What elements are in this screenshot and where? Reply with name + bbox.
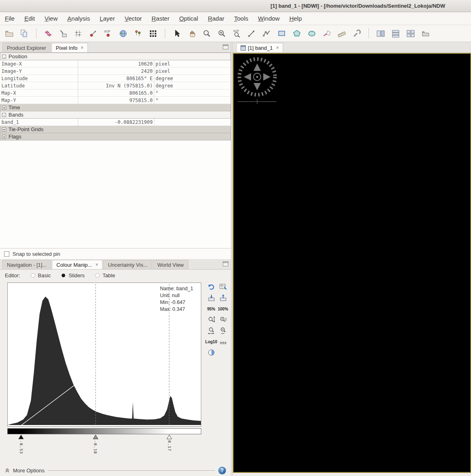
zoom-in-horizontal-icon[interactable]: [206, 326, 216, 335]
menu-help[interactable]: Help: [289, 15, 302, 22]
menu-analysis[interactable]: Analysis: [67, 15, 90, 22]
window-titlebar[interactable]: [1] band_1 - [NDWI] - [/home/victor/Down…: [0, 0, 471, 12]
editor-radio-table[interactable]: Table: [95, 272, 115, 278]
cell-name: Map-Y: [0, 97, 78, 104]
cell-unit: °: [154, 97, 231, 104]
selection-tool-icon[interactable]: [172, 28, 182, 39]
zoom-out-vertical-icon[interactable]: [218, 315, 228, 324]
image-canvas[interactable]: [233, 53, 471, 473]
gcp-manager-icon[interactable]: GCP: [103, 28, 113, 39]
colour-gradient-bar[interactable]: [7, 428, 201, 434]
help-icon[interactable]: ?: [218, 467, 226, 474]
panel-menu-icon[interactable]: [223, 261, 228, 266]
measure-tool-icon[interactable]: [337, 28, 347, 39]
export-palette-icon[interactable]: [218, 293, 228, 302]
evenly-distribute-icon[interactable]: [218, 337, 228, 346]
bottom-tab-navigation-1[interactable]: Navigation - [1]...: [2, 260, 51, 269]
editor-row: Editor: BasicSlidersTable: [0, 270, 231, 281]
rectangle-draw-icon[interactable]: [277, 28, 287, 39]
editor-radio-basic[interactable]: Basic: [31, 272, 51, 278]
pixel-row-map-y: Map-Y975815.0°: [0, 97, 231, 104]
image-tabrow: [1] band_1 ×: [233, 42, 471, 53]
bottom-tab-colour-manip[interactable]: Colour Manip...×: [52, 260, 102, 269]
collapse-icon[interactable]: -: [2, 55, 6, 59]
explorer-tab-product-explorer[interactable]: Product Explorer: [2, 43, 51, 52]
import-product-icon[interactable]: [58, 28, 68, 39]
stretch-95-button[interactable]: 95%: [206, 304, 216, 313]
menu-window[interactable]: Window: [258, 15, 279, 22]
open-product-icon[interactable]: [4, 28, 15, 39]
menu-vector[interactable]: Vector: [125, 15, 142, 22]
menu-edit[interactable]: Edit: [24, 15, 35, 22]
gcp-zoom-icon[interactable]: GCP: [232, 28, 242, 39]
menu-optical[interactable]: Optical: [179, 15, 198, 22]
zoom-in-vertical-icon[interactable]: [206, 315, 216, 324]
colour-slider-2[interactable]: 0.17: [167, 435, 172, 451]
more-options-label[interactable]: More Options: [13, 468, 45, 474]
pin-manager-icon[interactable]: [133, 28, 143, 39]
section-bands[interactable]: -Bands: [0, 111, 231, 119]
expand-icon[interactable]: +: [2, 128, 6, 132]
zoom-out-horizontal-icon[interactable]: [218, 326, 228, 335]
expand-icon[interactable]: +: [2, 135, 6, 139]
save-product-icon[interactable]: [19, 28, 30, 39]
panel-menu-icon[interactable]: [223, 45, 228, 49]
close-tab-icon[interactable]: ×: [276, 45, 279, 50]
main-toolbar: GCP GCP: [0, 25, 471, 42]
pan-tool-icon[interactable]: [187, 28, 197, 39]
reset-palette-icon[interactable]: [206, 283, 216, 291]
slider-triangle-icon: [93, 435, 98, 439]
tools-wrench-icon[interactable]: [352, 28, 362, 39]
log-scaling-button[interactable]: Log10: [206, 337, 216, 346]
section-position[interactable]: -Position: [0, 53, 231, 60]
compass-navigation-control[interactable]: [236, 55, 281, 107]
menu-tools[interactable]: Tools: [234, 15, 248, 22]
colour-slider-0[interactable]: -0.53: [19, 435, 24, 454]
export-view-icon[interactable]: [43, 28, 53, 39]
expand-icon[interactable]: +: [2, 106, 6, 110]
menu-radar[interactable]: Radar: [208, 15, 224, 22]
collapse-icon[interactable]: -: [2, 113, 6, 117]
insert-geometry-icon[interactable]: [322, 28, 332, 39]
split-vertical-icon[interactable]: [375, 28, 386, 39]
cascade-windows-icon[interactable]: [420, 28, 431, 39]
pixel-row-image-x: Image-X10620pixel: [0, 60, 231, 68]
world-map-icon[interactable]: [118, 28, 128, 39]
close-tab-icon[interactable]: ×: [81, 45, 83, 50]
pixel-row-map-x: Map-X806165.0°: [0, 89, 231, 97]
bottom-tab-uncertainty-vis[interactable]: Uncertainty Vis...: [103, 260, 152, 269]
bottom-tab-world-view[interactable]: World View: [153, 260, 188, 269]
image-tab-band1[interactable]: [1] band_1 ×: [236, 43, 283, 52]
import-palette-icon[interactable]: [206, 293, 216, 302]
menu-file[interactable]: File: [5, 15, 15, 22]
editor-radio-sliders[interactable]: Sliders: [61, 272, 85, 278]
collapse-chevrons-icon[interactable]: [5, 468, 10, 473]
split-horizontal-icon[interactable]: [390, 28, 401, 39]
menu-raster[interactable]: Raster: [151, 15, 169, 22]
section-tie-point-grids[interactable]: +Tie-Point Grids: [0, 126, 231, 133]
apply-to-other-bands-icon[interactable]: [218, 283, 228, 291]
section-flags[interactable]: +Flags: [0, 133, 231, 140]
tile-windows-icon[interactable]: [405, 28, 416, 39]
ellipse-draw-icon[interactable]: [307, 28, 317, 39]
radio-icon: [95, 273, 100, 278]
snap-to-pin-checkbox[interactable]: [4, 251, 9, 257]
menu-layer[interactable]: Layer: [100, 15, 115, 22]
histogram-plot[interactable]: Name: band_1 Unit: null Min: -0.647 Max:…: [7, 283, 201, 427]
polyline-draw-icon[interactable]: [262, 28, 272, 39]
explorer-tab-pixel-info[interactable]: Pixel Info×: [51, 43, 88, 52]
colour-slider-1[interactable]: -0.18: [93, 435, 98, 454]
stretch-100-button[interactable]: 100%: [218, 304, 228, 313]
tie-point-grid-icon[interactable]: [73, 28, 83, 39]
line-draw-icon[interactable]: [247, 28, 257, 39]
cell-value: -0.0882231909: [78, 119, 154, 126]
zoom-in-tool-icon[interactable]: [217, 28, 227, 39]
close-tab-icon[interactable]: ×: [95, 262, 98, 267]
gcp-add-icon[interactable]: [88, 28, 98, 39]
palette-editor-icon[interactable]: [206, 348, 216, 357]
menu-view[interactable]: View: [45, 15, 58, 22]
matrix-icon[interactable]: [148, 28, 158, 39]
polygon-draw-icon[interactable]: [292, 28, 302, 39]
section-time[interactable]: +Time: [0, 104, 231, 111]
zoom-tool-icon[interactable]: [202, 28, 212, 39]
